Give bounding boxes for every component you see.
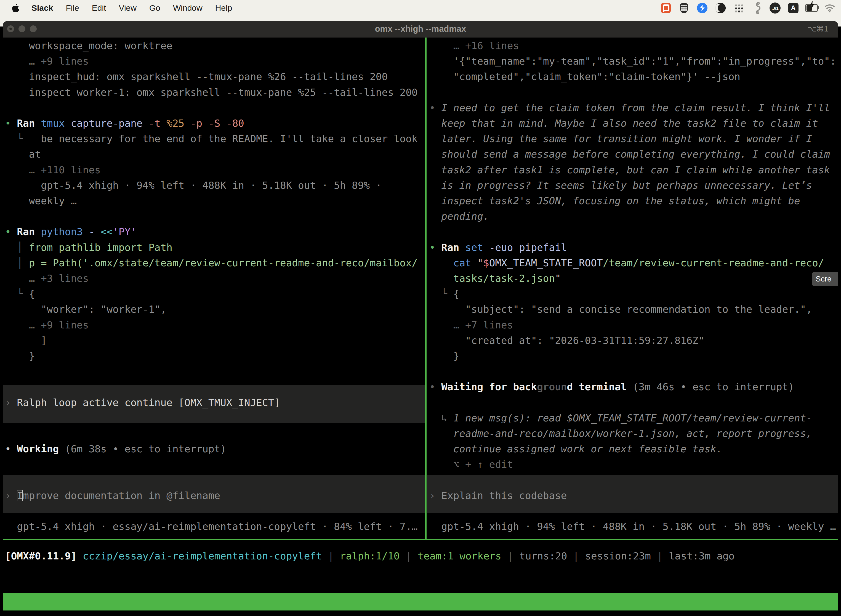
terminal-line: keep that in mind. Maybe I also need the… bbox=[429, 116, 838, 131]
text-segment: • bbox=[5, 226, 17, 238]
terminal-line: … +7 lines bbox=[429, 317, 838, 333]
text-segment: task2 after task1 is complete, but can I… bbox=[429, 164, 830, 176]
text-segment: │ bbox=[5, 242, 29, 253]
terminal-line: weekly … bbox=[5, 193, 425, 209]
text-segment: p = Path('.omx/state/team/review-current… bbox=[29, 257, 418, 268]
terminal-line: ] bbox=[5, 333, 425, 348]
text-segment: └ bbox=[429, 288, 453, 299]
prompt-placeholder-right: › Explain this codebase bbox=[429, 488, 838, 503]
text-segment: should send a message before completing … bbox=[429, 148, 830, 160]
terminal-content: workspace_mode: worktree … +9 lines insp… bbox=[3, 38, 838, 593]
chat-app-glyph bbox=[661, 3, 671, 13]
text-segment: is in progress? It seems likely but perh… bbox=[429, 180, 812, 191]
text-segment: keep that in mind. Maybe I also need the… bbox=[429, 117, 818, 129]
terminal-line: │ p = Path('.omx/state/team/review-curre… bbox=[5, 255, 425, 271]
text-segment: tmux bbox=[41, 117, 70, 129]
input-source-letter: A bbox=[788, 3, 799, 13]
battery-icon[interactable] bbox=[805, 1, 818, 14]
text-segment bbox=[429, 257, 453, 268]
text-segment: 1 new msg(s): read $OMX_TEAM_STATE_ROOT/… bbox=[453, 412, 812, 424]
messenger-glyph bbox=[697, 3, 708, 13]
terminal-line: … +9 lines bbox=[5, 317, 425, 333]
terminal-line: ↳ 1 new msg(s): read $OMX_TEAM_STATE_ROO… bbox=[429, 411, 838, 426]
menu-item-file[interactable]: File bbox=[66, 3, 79, 13]
text-segment: … +3 lines bbox=[5, 273, 89, 284]
tmux-pane-divider[interactable] bbox=[425, 38, 426, 540]
text-segment: - bbox=[89, 226, 100, 238]
text-segment: continue assigned work or next feasible … bbox=[429, 443, 722, 455]
text-segment: • bbox=[429, 242, 441, 253]
terminal-line: is in progress? It seems likely but perh… bbox=[429, 178, 838, 193]
text-segment: set bbox=[465, 242, 489, 253]
omx-hud-status-line: [OMX#0.11.9] cczip/essay/ai-reimplementa… bbox=[5, 549, 838, 564]
wifi-icon[interactable] bbox=[823, 1, 836, 14]
battery-percent-badge[interactable]: ..61 bbox=[769, 1, 781, 14]
text-segment: • bbox=[5, 117, 17, 129]
moon-icon[interactable] bbox=[714, 1, 727, 14]
text-segment: "subject": "send a concise recommendatio… bbox=[429, 304, 812, 315]
terminal-line: "created_at": "2026-03-31T11:59:27.816Z" bbox=[429, 333, 838, 348]
text-segment: groun bbox=[537, 381, 567, 392]
text-segment: "completed","claim_token":"claim-token"}… bbox=[429, 71, 740, 82]
terminal-line: … +110 lines bbox=[5, 162, 425, 178]
text-segment: weekly … bbox=[5, 195, 77, 207]
window-title-bar[interactable]: omx --xhigh --madmax ⌥⌘1 bbox=[3, 21, 838, 38]
text-segment: ⌥ + ↑ edit bbox=[429, 459, 513, 470]
tmux-horizontal-divider bbox=[3, 539, 838, 540]
shield-glyph bbox=[680, 3, 688, 13]
input-source-a-icon[interactable]: A bbox=[787, 1, 800, 14]
terminal-line: • Ran set -euo pipefail bbox=[429, 240, 838, 255]
hook-icon[interactable] bbox=[750, 1, 763, 14]
text-segment: } bbox=[5, 350, 35, 362]
text-segment: inspect task2's JSON, focusing on the st… bbox=[429, 195, 800, 207]
terminal-line: '{"team_name":"my-team","task_id":"1","f… bbox=[429, 54, 838, 69]
battery-percent-label: ..61 bbox=[769, 3, 781, 13]
working-status-line: • Working (6m 38s • esc to interrupt) bbox=[5, 441, 425, 457]
screen: { "menu_bar": { "app_name": "Slack", "it… bbox=[0, 0, 841, 616]
moon-glyph bbox=[715, 3, 726, 13]
text-segment: OMX_TEAM_STATE_ROOT bbox=[489, 257, 603, 268]
text-segment: team:1 workers bbox=[418, 550, 501, 562]
terminal-line: … +16 lines bbox=[429, 38, 838, 54]
text-segment: tasks/task-2.json bbox=[453, 273, 555, 284]
text-segment: 'PY' bbox=[113, 226, 136, 238]
text-segment: last:3m ago bbox=[669, 550, 734, 562]
apple-icon bbox=[12, 3, 20, 13]
ralph-loop-status-line: › Ralph loop active continue [OMX_TMUX_I… bbox=[5, 395, 425, 411]
text-segment: Working bbox=[17, 443, 64, 455]
app-menu-slack[interactable]: Slack bbox=[31, 3, 53, 13]
terminal-line: tasks/task-2.json" bbox=[429, 271, 838, 286]
menu-item-edit[interactable]: Edit bbox=[92, 3, 106, 13]
menu-item-go[interactable]: Go bbox=[149, 3, 160, 13]
wifi-glyph bbox=[824, 4, 835, 12]
terminal-line: • Ran python3 - <<'PY' bbox=[5, 224, 425, 239]
text-segment: capture-pane bbox=[70, 117, 148, 129]
waiting-status-line: • Waiting for background terminal (3m 46… bbox=[429, 379, 838, 395]
pane-right[interactable]: … +16 lines '{"team_name":"my-team","tas… bbox=[427, 38, 838, 539]
terminal-line: "subject": "send a concise recommendatio… bbox=[429, 302, 838, 317]
menu-item-window[interactable]: Window bbox=[173, 3, 202, 13]
text-segment: "worker": "worker-1", bbox=[5, 304, 166, 315]
terminal-line: workspace_mode: worktree bbox=[5, 38, 425, 54]
text-segment bbox=[429, 273, 453, 284]
text-segment: Ran bbox=[17, 117, 41, 129]
text-segment: mprove documentation in @filename bbox=[23, 490, 220, 501]
dots-grid-icon[interactable] bbox=[732, 1, 745, 14]
shield-grid-icon[interactable] bbox=[678, 1, 690, 14]
menu-item-help[interactable]: Help bbox=[215, 3, 232, 13]
terminal-line: … +9 lines bbox=[5, 54, 425, 69]
pane-left[interactable]: workspace_mode: worktree … +9 lines insp… bbox=[3, 38, 425, 539]
terminal-line: inspect_hud: omx sparkshell --tmux-pane … bbox=[5, 69, 425, 84]
messenger-badge-icon[interactable] bbox=[696, 1, 709, 14]
chat-app-icon[interactable] bbox=[659, 1, 672, 14]
session-stats-right: gpt-5.4 xhigh · 94% left · 488K in · 5.1… bbox=[429, 519, 838, 534]
text-segment: later. Using the same for transition mig… bbox=[429, 133, 812, 144]
window-shortcut-hint: ⌥⌘1 bbox=[807, 21, 828, 38]
text-segment: '{"team_name":"my-team","task_id":"1","f… bbox=[429, 56, 836, 67]
terminal-line: task2 after task1 is complete, but can I… bbox=[429, 162, 838, 178]
apple-menu[interactable] bbox=[12, 3, 20, 13]
text-segment: › bbox=[429, 490, 441, 501]
menu-item-view[interactable]: View bbox=[119, 3, 136, 13]
terminal-line: cat "$OMX_TEAM_STATE_ROOT/team/review-cu… bbox=[429, 255, 838, 271]
terminal-line: • Ran tmux capture-pane -t %25 -p -S -80 bbox=[5, 116, 425, 131]
